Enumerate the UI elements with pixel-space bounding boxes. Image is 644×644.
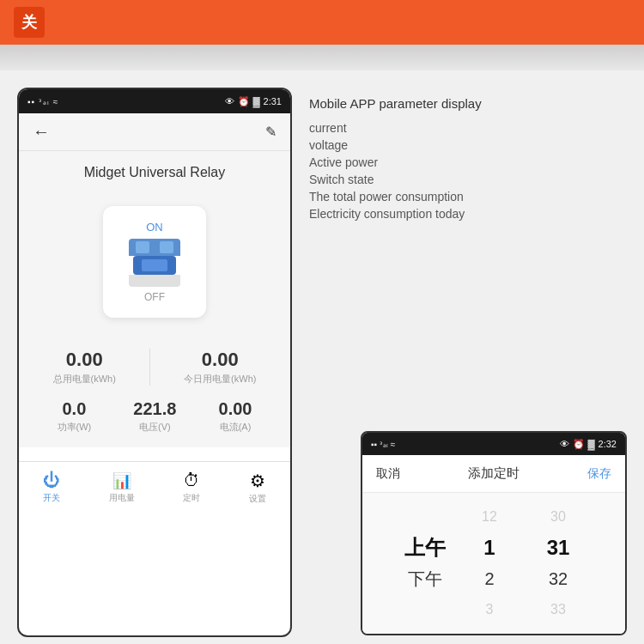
voltage-value: 221.8 — [133, 399, 176, 419]
chart-icon: 📊 — [112, 471, 131, 490]
timer-cancel-button[interactable]: 取消 — [376, 466, 400, 482]
nav-label-energy: 用电量 — [109, 492, 135, 504]
hour-2[interactable]: 2 — [484, 563, 494, 594]
battery-icon: ▓ — [253, 96, 260, 106]
current-label: 电流(A) — [220, 421, 252, 434]
relay-body[interactable] — [129, 239, 180, 286]
hour-1[interactable]: 1 — [483, 532, 495, 563]
timer-save-button[interactable]: 保存 — [587, 466, 611, 482]
list-item: The total power consumption — [309, 190, 627, 204]
power-stat: 0.0 功率(W) — [58, 399, 92, 434]
stats-row-top: 0.00 总用电量(kWh) 0.00 今日用电量(kWh) — [36, 349, 273, 386]
switch-container[interactable]: ON OFF — [103, 206, 206, 318]
current-value: 0.00 — [219, 399, 252, 419]
stats-row-bottom: 0.0 功率(W) 221.8 电压(V) 0.00 电流(A) — [36, 399, 273, 434]
relay-top — [129, 239, 180, 256]
switch-off-label: OFF — [144, 291, 165, 303]
shadow-area — [0, 45, 644, 70]
timer-signal: ▪▪ ᵌₐₗ ≈ — [371, 440, 395, 449]
top-bar: 关 — [0, 0, 644, 45]
power-label: 功率(W) — [58, 421, 92, 434]
total-energy-label: 总用电量(kWh) — [53, 373, 116, 386]
timer-battery-icon: ▓ — [588, 439, 595, 449]
min-32[interactable]: 32 — [549, 563, 568, 594]
min-31[interactable]: 31 — [547, 532, 570, 563]
bottom-nav: ⏻ 开关 📊 用电量 ⏱ 定时 ⚙ 设置 — [19, 461, 290, 513]
hour-3: 3 — [486, 594, 494, 625]
timer-icon: ⏱ — [183, 471, 200, 490]
switch-area: ON OFF — [19, 189, 290, 335]
list-item: Electricity consumption today — [309, 207, 627, 221]
info-title: Mobile APP parameter display — [309, 96, 627, 111]
nav-item-energy[interactable]: 📊 用电量 — [109, 471, 135, 504]
signal-icons: ▪▪ ᵌₐₗ ≈ — [27, 97, 58, 106]
ampm-column[interactable]: 上午 下午 — [395, 501, 455, 625]
today-energy-value: 0.00 — [202, 349, 239, 371]
min-33: 33 — [550, 594, 566, 625]
switch-on-label: ON — [146, 221, 163, 234]
timer-status-right: 👁 ⏰ ▓ 2:32 — [560, 439, 617, 450]
timer-title: 添加定时 — [468, 465, 519, 482]
time-picker[interactable]: 上午 下午 12 1 2 3 30 31 32 33 — [362, 493, 625, 634]
hours-column[interactable]: 12 1 2 3 — [455, 501, 524, 625]
timer-eye-icon: 👁 — [560, 439, 569, 449]
ampm-afternoon[interactable]: 下午 — [408, 563, 442, 594]
status-left: ▪▪ ᵌₐₗ ≈ — [27, 97, 58, 106]
stats-area: 0.00 总用电量(kWh) 0.00 今日用电量(kWh) 0.0 功率(W)… — [19, 335, 290, 447]
settings-icon: ⚙ — [250, 471, 265, 491]
alarm-icon: ⏰ — [238, 96, 250, 107]
device-name: Midget Universal Relay — [19, 151, 290, 189]
hour-12: 12 — [482, 501, 497, 532]
power-value: 0.0 — [63, 399, 87, 419]
timer-status-bar: ▪▪ ᵌₐₗ ≈ 👁 ⏰ ▓ 2:32 — [362, 433, 625, 455]
nav-item-timer[interactable]: ⏱ 定时 — [183, 471, 200, 504]
min-30: 30 — [550, 501, 566, 532]
left-phone-mockup: ▪▪ ᵌₐₗ ≈ 👁 ⏰ ▓ 2:31 ← ✎ Midget Universal… — [17, 88, 292, 637]
minutes-column[interactable]: 30 31 32 33 — [524, 501, 592, 625]
relay-handle — [133, 256, 176, 275]
stats-divider — [149, 349, 150, 386]
total-energy-stat: 0.00 总用电量(kWh) — [53, 349, 116, 386]
total-energy-value: 0.00 — [66, 349, 103, 371]
today-energy-label: 今日用电量(kWh) — [184, 373, 256, 386]
list-item: Active power — [309, 155, 627, 169]
ampm-morning[interactable]: 上午 — [404, 532, 446, 563]
edit-button[interactable]: ✎ — [265, 124, 276, 140]
list-item: current — [309, 121, 627, 135]
timer-header: 取消 添加定时 保存 — [362, 455, 625, 493]
timer-time: 2:32 — [598, 439, 617, 449]
voltage-stat: 221.8 电压(V) — [133, 399, 176, 434]
nav-label-switch: 开关 — [43, 492, 60, 504]
nav-label-timer: 定时 — [183, 492, 200, 504]
today-energy-stat: 0.00 今日用电量(kWh) — [184, 349, 256, 386]
list-item: voltage — [309, 138, 627, 152]
top-bar-icon: 关 — [14, 7, 45, 38]
info-list: current voltage Active power Switch stat… — [309, 121, 627, 221]
list-item: Switch state — [309, 173, 627, 186]
nav-label-settings: 设置 — [249, 493, 266, 505]
relay-bottom — [129, 275, 180, 287]
nav-item-switch[interactable]: ⏻ 开关 — [43, 471, 60, 504]
status-right: 👁 ⏰ ▓ 2:31 — [225, 96, 282, 107]
power-icon: ⏻ — [43, 471, 60, 490]
app-header: ← ✎ — [19, 113, 290, 151]
nav-item-settings[interactable]: ⚙ 设置 — [249, 471, 266, 505]
status-bar: ▪▪ ᵌₐₗ ≈ 👁 ⏰ ▓ 2:31 — [19, 89, 290, 113]
voltage-label: 电压(V) — [139, 421, 171, 434]
back-button[interactable]: ← — [33, 122, 50, 142]
eye-icon: 👁 — [225, 96, 234, 106]
status-time: 2:31 — [264, 96, 282, 106]
timer-phone-mockup: ▪▪ ᵌₐₗ ≈ 👁 ⏰ ▓ 2:32 取消 添加定时 保存 上午 下午 12 … — [361, 431, 627, 635]
current-stat: 0.00 电流(A) — [219, 399, 252, 434]
timer-alarm-icon: ⏰ — [573, 439, 585, 450]
